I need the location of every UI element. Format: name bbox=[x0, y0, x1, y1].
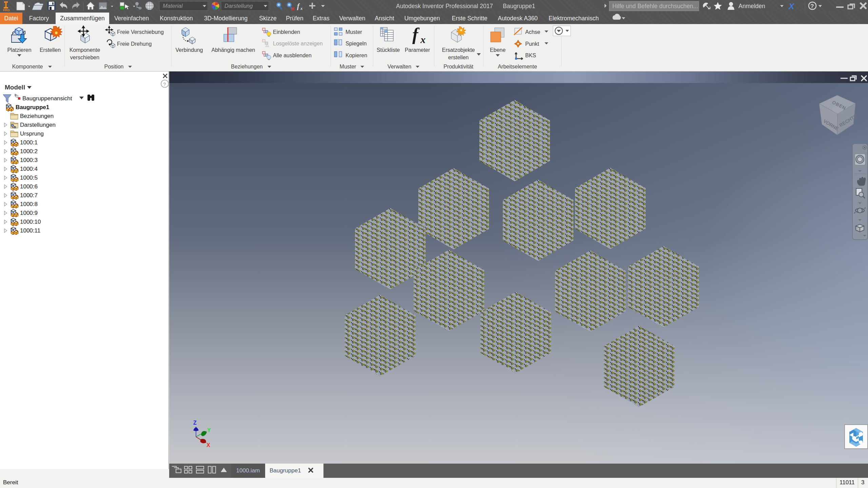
svg-text:x: x bbox=[420, 34, 426, 45]
svg-text:X: X bbox=[788, 2, 795, 11]
svg-text:Produktivität: Produktivität bbox=[443, 64, 474, 69]
svg-text:Stückliste: Stückliste bbox=[377, 47, 400, 53]
svg-text:Ersatzobjekte: Ersatzobjekte bbox=[442, 47, 475, 53]
svg-text:Muster: Muster bbox=[346, 29, 362, 35]
svg-text:Baugruppenansicht: Baugruppenansicht bbox=[22, 95, 72, 102]
svg-text:Abhängig machen: Abhängig machen bbox=[212, 47, 255, 53]
svg-text:x: x bbox=[300, 6, 303, 11]
svg-text:BKS: BKS bbox=[525, 53, 536, 58]
svg-text:Muster: Muster bbox=[340, 64, 357, 69]
svg-text:Erstellen: Erstellen bbox=[40, 47, 61, 53]
svg-text:Verbindung: Verbindung bbox=[176, 47, 203, 53]
svg-text:erstellen: erstellen bbox=[448, 55, 469, 60]
svg-text:Autodesk Inventor Professional: Autodesk Inventor Professional 2017 bbox=[396, 3, 493, 9]
svg-text:Komponente: Komponente bbox=[70, 47, 100, 53]
svg-text:Baugruppe1: Baugruppe1 bbox=[503, 3, 535, 9]
svg-text:Achse: Achse bbox=[525, 29, 540, 35]
svg-text:Platzieren: Platzieren bbox=[7, 47, 31, 53]
svg-text:Parameter: Parameter bbox=[405, 47, 430, 53]
svg-text:Verwalten: Verwalten bbox=[388, 64, 411, 69]
svg-text:Einblenden: Einblenden bbox=[273, 29, 300, 35]
svg-text:Spiegeln: Spiegeln bbox=[346, 41, 367, 46]
svg-text:Position: Position bbox=[104, 64, 124, 69]
svg-text:Y: Y bbox=[207, 427, 211, 433]
svg-text:verschieben: verschieben bbox=[70, 55, 99, 60]
svg-text:PRO: PRO bbox=[3, 8, 10, 12]
svg-text:?: ? bbox=[810, 3, 814, 9]
svg-text:Kopieren: Kopieren bbox=[346, 53, 367, 58]
svg-text:Anmelden: Anmelden bbox=[738, 3, 765, 9]
svg-text:Freie Drehung: Freie Drehung bbox=[117, 41, 152, 47]
svg-text:Hilfe und Befehle durchsuchen.: Hilfe und Befehle durchsuchen... bbox=[612, 3, 698, 9]
svg-text:Material: Material bbox=[163, 3, 183, 9]
svg-text:Punkt: Punkt bbox=[525, 41, 539, 47]
svg-text:Darstellung: Darstellung bbox=[224, 3, 253, 9]
svg-text:Freie Verschiebung: Freie Verschiebung bbox=[117, 29, 164, 35]
svg-text:f: f bbox=[412, 25, 420, 44]
svg-text:Komponente: Komponente bbox=[12, 64, 43, 69]
svg-text:?: ? bbox=[163, 81, 166, 87]
svg-text:Beziehungen: Beziehungen bbox=[231, 64, 262, 69]
svg-text:Losgelöste anzeigen: Losgelöste anzeigen bbox=[273, 41, 323, 46]
svg-text:Ebene: Ebene bbox=[490, 47, 506, 53]
svg-text:Alle ausblenden: Alle ausblenden bbox=[273, 53, 312, 58]
svg-text:Modell: Modell bbox=[5, 84, 25, 91]
svg-text:X: X bbox=[206, 442, 210, 448]
svg-text:Arbeitselemente: Arbeitselemente bbox=[498, 64, 537, 69]
svg-text:Z: Z bbox=[193, 420, 197, 426]
svg-text:f: f bbox=[297, 2, 300, 10]
